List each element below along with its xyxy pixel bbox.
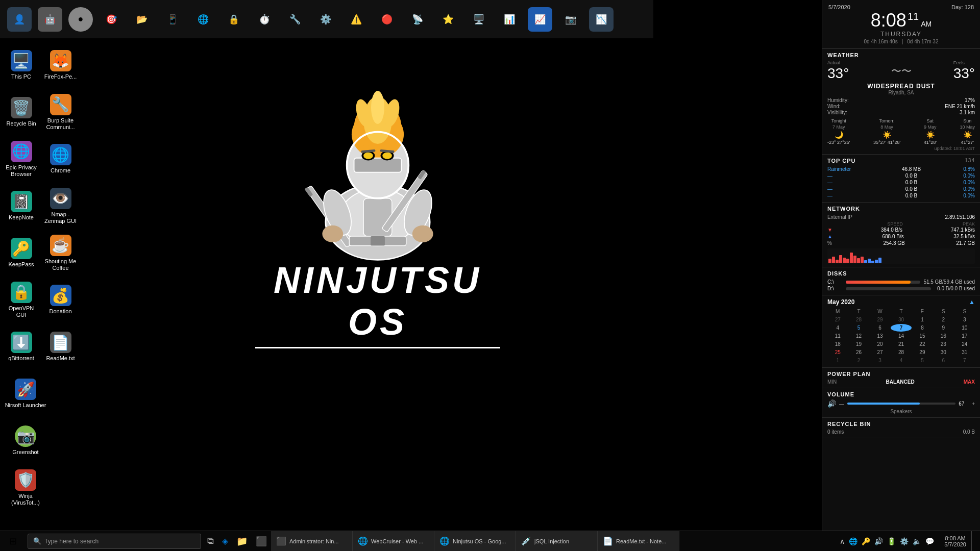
cal-day-17[interactable]: 17 xyxy=(954,332,975,340)
search-box[interactable]: 🔍 Type here to search xyxy=(28,534,201,549)
tray-volume-icon[interactable]: 🔊 xyxy=(873,536,884,546)
cal-day-25[interactable]: 25 xyxy=(827,348,848,356)
dock-icon-19[interactable]: 📷 xyxy=(556,5,585,34)
dock-icon-2[interactable]: 🤖 xyxy=(36,5,64,34)
cal-day-18[interactable]: 18 xyxy=(827,340,848,348)
cal-day-31[interactable]: 31 xyxy=(954,348,975,356)
taskbar-app-readme[interactable]: 📄 ReadMe.txt - Note... xyxy=(598,531,679,552)
cal-day-3[interactable]: 3 xyxy=(954,316,975,323)
cal-day-4next[interactable]: 4 xyxy=(891,357,911,364)
start-button[interactable]: ⊞ xyxy=(0,531,26,552)
desktop-icon-recyclebin[interactable]: 🗑️ Recycle Bin xyxy=(3,89,40,135)
cal-day-22[interactable]: 22 xyxy=(912,340,933,348)
dock-icon-6[interactable]: 📱 xyxy=(158,5,187,34)
power-min[interactable]: MIN xyxy=(827,379,837,385)
cal-day-28prev[interactable]: 28 xyxy=(848,316,869,323)
desktop-icon-epicbrowser[interactable]: 🌐 Epic Privacy Browser xyxy=(3,136,40,182)
tray-network-icon[interactable]: 🌐 xyxy=(848,536,859,546)
cal-day-16[interactable]: 16 xyxy=(933,332,953,340)
cal-day-24[interactable]: 24 xyxy=(954,340,975,348)
dock-icon-13[interactable]: 🔴 xyxy=(373,5,401,34)
task-view-button[interactable]: ⧉ xyxy=(203,531,218,552)
volume-plus-button[interactable]: + xyxy=(972,401,975,407)
dock-icon-18[interactable]: 📈 xyxy=(526,5,554,34)
dock-icon-4[interactable]: 🎯 xyxy=(97,5,126,34)
desktop-icon-readme[interactable]: 📄 ReadMe.txt xyxy=(42,324,79,370)
cal-day-1[interactable]: 1 xyxy=(912,316,933,323)
cal-day-13[interactable]: 13 xyxy=(870,332,890,340)
dock-icon-7[interactable]: 🌐 xyxy=(189,5,217,34)
dock-icon-8[interactable]: 🔒 xyxy=(219,5,248,34)
desktop-icon-winja[interactable]: 🛡️ Winja (VirusTot...) xyxy=(3,465,48,511)
cal-day-28[interactable]: 28 xyxy=(891,348,911,356)
cal-day-30[interactable]: 30 xyxy=(933,348,953,356)
desktop-icon-burpsuite[interactable]: 🔧 Burp Suite Communi... xyxy=(42,89,79,135)
cal-day-27[interactable]: 27 xyxy=(870,348,890,356)
dock-icon-10[interactable]: 🔧 xyxy=(281,5,309,34)
desktop-icon-chrome[interactable]: 🌐 Chrome xyxy=(42,136,79,182)
desktop-icon-firefox[interactable]: 🦊 FireFox-Pe... xyxy=(42,42,79,88)
cal-day-27prev[interactable]: 27 xyxy=(827,316,848,323)
desktop-icon-qbittorrent[interactable]: ⬇️ qBittorrent xyxy=(3,324,40,370)
cal-day-5next[interactable]: 5 xyxy=(912,357,933,364)
taskbar-app-admin[interactable]: ⬛ Administrator: Nin... xyxy=(271,531,353,552)
desktop-icon-keepass[interactable]: 🔑 KeepPass xyxy=(3,230,40,276)
terminal-button[interactable]: ⬛ xyxy=(252,531,271,552)
desktop-icon-donation[interactable]: 💰 Donation xyxy=(42,277,79,323)
desktop-icon-shoutingcoffee[interactable]: ☕ Shouting Me Coffee xyxy=(42,230,79,276)
cal-day-15[interactable]: 15 xyxy=(912,332,933,340)
desktop-icon-keepnote[interactable]: 📓 KeepNote xyxy=(3,183,40,229)
cal-day-7-today[interactable]: 7 xyxy=(891,324,911,332)
cal-day-8[interactable]: 8 xyxy=(912,324,933,332)
desktop-icon-thispc[interactable]: 🖥️ This PC xyxy=(3,42,40,88)
calendar-nav[interactable]: ▲ xyxy=(969,298,975,306)
cal-day-2next[interactable]: 2 xyxy=(848,357,869,364)
dock-icon-11[interactable]: ⚙️ xyxy=(311,5,340,34)
dock-icon-16[interactable]: 🖥️ xyxy=(464,5,493,34)
power-max[interactable]: MAX xyxy=(964,379,975,385)
tray-speaker-icon[interactable]: 🔈 xyxy=(912,536,922,546)
desktop-icon-greenshot[interactable]: 📷 Greenshot xyxy=(3,418,48,464)
tray-battery-icon[interactable]: 🔋 xyxy=(886,536,897,546)
tray-settings-icon[interactable]: ⚙️ xyxy=(899,536,910,546)
file-explorer-button[interactable]: 📁 xyxy=(232,531,252,552)
taskbar-app-ninjutsu-chrome[interactable]: 🌐 Ninjutsu OS - Goog... xyxy=(434,531,516,552)
dock-icon-15[interactable]: ⭐ xyxy=(434,5,462,34)
dock-icon-17[interactable]: 📊 xyxy=(495,5,524,34)
cal-day-6next[interactable]: 6 xyxy=(933,357,953,364)
edge-browser-button[interactable]: ◈ xyxy=(218,531,232,552)
cal-day-5[interactable]: 5 xyxy=(848,324,869,332)
tray-notification-icon[interactable]: 💬 xyxy=(924,536,935,546)
cal-day-9[interactable]: 9 xyxy=(933,324,953,332)
tray-shield-icon[interactable]: 🔑 xyxy=(861,536,871,546)
cal-day-4[interactable]: 4 xyxy=(827,324,848,332)
tray-arrow-icon[interactable]: ∧ xyxy=(839,536,846,546)
taskbar-app-webcruiser[interactable]: 🌐 WebCruiser - Web ... xyxy=(353,531,434,552)
cal-day-29prev[interactable]: 29 xyxy=(870,316,890,323)
volume-minus-button[interactable]: — xyxy=(839,401,844,407)
cal-day-1next[interactable]: 1 xyxy=(827,357,848,364)
cal-day-11[interactable]: 11 xyxy=(827,332,848,340)
desktop-icon-openvpn[interactable]: 🔒 OpenVPN GUI xyxy=(3,277,40,323)
cal-day-19[interactable]: 19 xyxy=(848,340,869,348)
cal-day-26[interactable]: 26 xyxy=(848,348,869,356)
cal-day-29[interactable]: 29 xyxy=(912,348,933,356)
volume-slider[interactable] xyxy=(847,403,955,405)
cal-day-7next[interactable]: 7 xyxy=(954,357,975,364)
dock-icon-20[interactable]: 📉 xyxy=(587,5,616,34)
desktop-icon-nirsoft[interactable]: 🚀 Nirsoft Launcher xyxy=(3,371,48,417)
cal-day-12[interactable]: 12 xyxy=(848,332,869,340)
dock-icon-1[interactable]: 👤 xyxy=(5,5,34,34)
cal-day-21[interactable]: 21 xyxy=(891,340,911,348)
taskbar-app-jsql[interactable]: 💉 jSQL Injection xyxy=(516,531,598,552)
cal-day-20[interactable]: 20 xyxy=(870,340,890,348)
taskbar-clock[interactable]: 8:08 AM 5/7/2020 xyxy=(939,535,971,547)
dock-icon-12[interactable]: ⚠️ xyxy=(342,5,371,34)
power-balanced[interactable]: BALANCED xyxy=(886,379,915,385)
show-desktop-button[interactable] xyxy=(971,531,980,552)
cal-day-3next[interactable]: 3 xyxy=(870,357,890,364)
cal-day-14[interactable]: 14 xyxy=(891,332,911,340)
cal-day-10[interactable]: 10 xyxy=(954,324,975,332)
desktop-icon-nmap[interactable]: 👁️ Nmap - Zenmap GUI xyxy=(42,183,79,229)
cal-day-6[interactable]: 6 xyxy=(870,324,890,332)
